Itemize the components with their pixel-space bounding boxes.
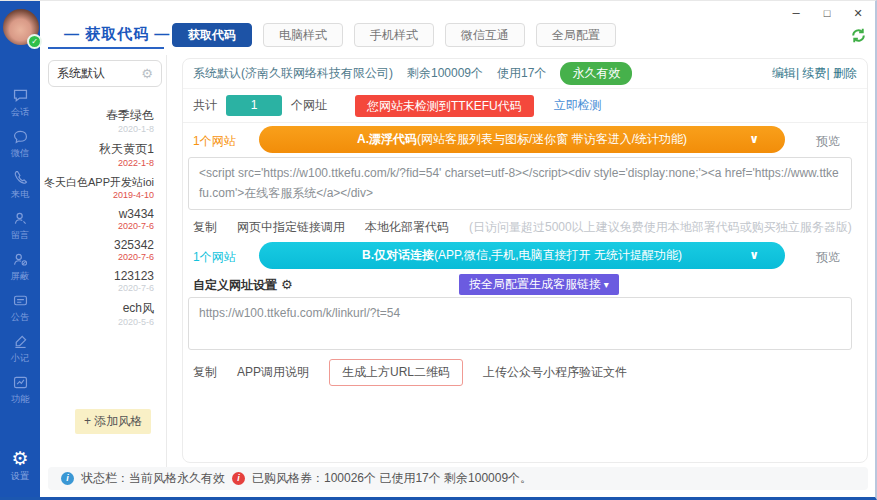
url-count-button[interactable]: 1 [226,95,282,116]
sidebar-item-chat[interactable]: 会话 [0,87,40,119]
sidebar-item-block[interactable]: 屏蔽 [0,251,40,283]
sidebar-item-label: 留言 [11,229,29,242]
style-date: 2020-1-8 [40,124,154,134]
detect-row: 共计 1 个网址 您网站未检测到TTKEFU代码 立即检测 [183,89,867,123]
sidebar-item-wechat[interactable]: 微信 [0,128,40,160]
copy-code-link[interactable]: 复制 [193,219,217,236]
sidebar-item-label: 功能 [11,393,29,406]
sidebar-item-functions[interactable]: 功能 [0,374,40,406]
page-title: — 获取代码 — [64,25,170,44]
style-date: 2020-7-6 [40,283,154,293]
local-deploy-link[interactable]: 本地化部署代码 [365,219,449,236]
app-call-doc-link[interactable]: APP调用说明 [237,364,309,381]
account-actions[interactable]: 编辑| 续费| 删除 [772,65,857,82]
chart-icon [12,374,29,391]
gear-icon [11,449,28,469]
tab-pc-style[interactable]: 电脑样式 [263,23,343,47]
maximize-icon[interactable] [820,5,834,20]
style-date: 2020-7-6 [40,252,154,262]
generate-qr-button[interactable]: 生成上方URL二维码 [329,359,463,386]
announcement-icon [12,292,29,309]
tab-global-config[interactable]: 全局配置 [536,23,616,47]
status-text-validity: 状态栏：当前风格永久有效 [81,470,225,487]
window-controls [789,5,865,20]
sidebar-item-label: 小记 [11,352,29,365]
add-style-button[interactable]: + 添加风格 [75,409,151,434]
sidebar-item-messages[interactable]: 留言 [0,210,40,242]
sidebar-item-label: 设置 [11,470,29,483]
list-item[interactable]: 秋天黄页1 2022-1-8 [40,141,154,168]
preview-b-link[interactable]: 预览 [816,249,840,266]
info-icon [232,472,245,485]
style-list: 春季绿色 2020-1-8 秋天黄页1 2022-1-8 冬天白色APP开发站i… [40,107,166,334]
list-item[interactable]: 春季绿色 2020-1-8 [40,107,154,134]
pill-a-desc: (网站客服列表与图标/迷你窗 带访客进入/统计功能) [417,132,687,146]
style-name: 春季绿色 [40,107,154,124]
specified-link-call[interactable]: 网页中指定链接调用 [237,219,345,236]
sidebar-item-notes[interactable]: 小记 [0,333,40,365]
chat-square-icon [12,87,29,104]
remaining-count: 剩余100009个 [407,65,483,82]
url-suffix-label: 个网址 [291,97,327,114]
detect-now-link[interactable]: 立即检测 [554,97,602,114]
float-code-textarea[interactable]: <script src='https://w100.ttkefu.com/k/?… [188,157,852,210]
chat-bubble-icon [12,128,29,145]
chat-link-dropdown[interactable]: B.仅对话连接(APP,微信,手机,电脑直接打开 无统计提醒功能) [259,242,785,269]
gear-icon[interactable] [141,66,153,81]
used-count: 使用17个 [497,65,546,82]
list-item[interactable]: 冬天白色APP开发站ioi 2019-4-10 [40,175,154,200]
tab-wechat-connect[interactable]: 微信互通 [445,23,525,47]
selected-style-box[interactable]: 系统默认 [48,60,162,87]
preview-a-link[interactable]: 预览 [816,133,840,150]
list-item[interactable]: 325342 2020-7-6 [40,238,154,262]
copy-url-link[interactable]: 复制 [193,364,217,381]
sidebar-item-label: 屏蔽 [11,270,29,283]
sync-icon[interactable] [850,27,867,44]
tab-bar: 获取代码 电脑样式 手机样式 微信互通 全局配置 [172,23,616,47]
sidebar-item-label: 公告 [11,311,29,324]
list-item[interactable]: w3434 2020-7-6 [40,207,154,231]
close-icon[interactable] [851,5,865,20]
status-badge: 永久有效 [560,62,632,85]
sidebar-item-announcement[interactable]: 公告 [0,292,40,324]
tab-get-code[interactable]: 获取代码 [172,23,252,47]
sidebar-item-label: 来电 [11,188,29,201]
style-name: 325342 [40,238,154,252]
list-item[interactable]: 123123 2020-7-6 [40,269,154,293]
gear-icon[interactable] [281,278,293,292]
account-name: 系统默认(济南久联网络科技有限公司) [193,65,393,82]
style-name: 冬天白色APP开发站ioi [40,175,154,190]
status-bar: 状态栏：当前风格永久有效 已购风格券：100026个 已使用17个 剩余1000… [48,467,868,490]
style-name: 123123 [40,269,154,283]
chat-url-textarea[interactable]: https://w100.ttkefu.com/k/linkurl/?t=54 [188,297,852,350]
pill-b-title: B.仅对话连接 [362,248,434,262]
tab-mobile-style[interactable]: 手机样式 [354,23,434,47]
info-icon [61,472,74,485]
no-code-warning-badge: 您网站未检测到TTKEFU代码 [355,95,534,117]
phone-icon [12,169,29,186]
sidebar-item-calls[interactable]: 来电 [0,169,40,201]
app-window: 会话 微信 来电 留言 屏蔽 公告 [0,0,877,500]
upload-verify-file-link[interactable]: 上传公众号小程序验证文件 [483,364,627,381]
float-code-dropdown[interactable]: A.漂浮代码(网站客服列表与图标/迷你窗 带访客进入/统计功能) [259,126,785,153]
list-item[interactable]: ech风 2020-5-6 [40,300,154,327]
minimize-icon[interactable] [789,5,803,20]
section-a-links: 复制 网页中指定链接调用 本地化部署代码 (日访问量超过5000以上建议免费使用… [193,219,852,236]
chevron-down-icon [749,242,759,269]
online-check-icon [27,34,42,49]
left-nav-rail: 会话 微信 来电 留言 屏蔽 公告 [0,1,40,497]
generate-link-button[interactable]: 按全局配置生成客服链接 [459,274,619,295]
style-list-panel: 系统默认 春季绿色 2020-1-8 秋天黄页1 2022-1-8 冬天白色AP… [40,55,167,467]
local-deploy-note: (日访问量超过5000以上建议免费使用本地部署代码或购买独立服务器版) [469,219,852,236]
selected-style-name: 系统默认 [57,65,105,82]
style-date: 2019-4-10 [40,190,154,200]
site-count-b: 1个网站 [193,249,236,266]
sidebar-item-label: 微信 [11,147,29,160]
style-name: 秋天黄页1 [40,141,154,158]
custom-url-row: 自定义网址设置 按全局配置生成客服链接 [183,273,867,297]
style-name: ech风 [40,300,154,317]
sidebar-item-settings[interactable]: 设置 [0,449,40,483]
avatar[interactable] [3,9,39,45]
section-b-links: 复制 APP调用说明 生成上方URL二维码 上传公众号小程序验证文件 [193,359,627,386]
pill-b-desc: (APP,微信,手机,电脑直接打开 无统计提醒功能) [434,248,682,262]
